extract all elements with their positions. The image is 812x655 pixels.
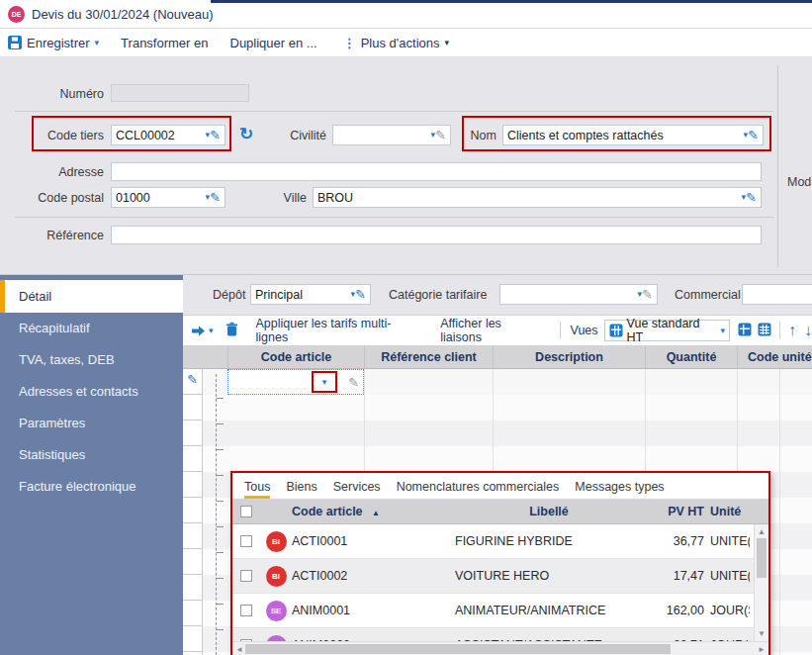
delete-line-button[interactable] — [226, 322, 238, 339]
save-button[interactable]: Enregistrer ▾ — [8, 36, 99, 50]
sidebar-item-parametres[interactable]: Paramètres — [0, 408, 183, 439]
popup-tab-biens[interactable]: Biens — [286, 480, 316, 499]
sidebar-item-statistiques[interactable]: Statistiques — [0, 439, 183, 471]
article-row[interactable]: SE ANIM0001 ANIMATEUR/ANIMATRICE 162,00 … — [232, 594, 768, 628]
scroll-right-icon[interactable]: ► — [758, 645, 766, 654]
code-article-dropdown-button[interactable]: ▾ — [312, 371, 337, 393]
reference-field[interactable] — [111, 226, 762, 244]
numero-label: Numéro — [15, 87, 104, 101]
code-article-edit-cell[interactable]: ✎ — [227, 369, 364, 395]
select-all-checkbox[interactable] — [240, 506, 252, 517]
save-dropdown-caret[interactable]: ▾ — [95, 39, 100, 47]
grid-toolbar: ▾ Appliquer les tarifs multi-lignes Affi… — [183, 315, 812, 346]
article-row[interactable]: SE ANIM0002 ASSISTANT/ASSISTANTE 62,71 J… — [232, 628, 768, 641]
code-tiers-combo[interactable]: CCL00002 ▾ ✎ — [111, 125, 226, 145]
categorie-tarifaire-combo[interactable]: ▾ ✎ — [499, 284, 658, 305]
adresse-field[interactable] — [111, 162, 762, 181]
view-columns-button[interactable] — [758, 323, 771, 339]
article-libelle: FIGURINE HYBRIDE — [455, 534, 643, 548]
sidebar-item-recapitulatif[interactable]: Récapitulatif — [0, 313, 183, 344]
sidebar-item-detail[interactable]: Détail — [0, 280, 183, 313]
grid-header-reference-client[interactable]: Référence client — [364, 346, 493, 368]
scroll-left-icon[interactable]: ◄ — [235, 645, 243, 654]
insert-line-caret[interactable]: ▾ — [209, 327, 214, 335]
popup-tab-nomenclatures[interactable]: Nomenclatures commerciales — [397, 480, 560, 499]
depot-edit-icon[interactable]: ✎ — [355, 288, 366, 301]
scroll-down-icon[interactable]: ▼ — [755, 629, 768, 638]
row-checkbox[interactable] — [240, 570, 252, 582]
more-actions-label: Plus d'actions — [361, 36, 440, 50]
kebab-dots-icon: ⋮ — [343, 36, 356, 50]
more-actions-button[interactable]: ⋮ Plus d'actions ▾ — [343, 36, 449, 50]
document-tab-bar: DE Devis du 30/01/2024 (Nouveau) — [0, 0, 812, 29]
popup-header-unite[interactable]: Unité — [704, 505, 750, 518]
insert-line-button[interactable]: ▾ — [191, 325, 214, 337]
article-libelle: ANIMATEUR/ANIMATRICE — [455, 604, 643, 617]
popup-horizontal-scrollbar[interactable]: ◄ ► — [232, 641, 768, 655]
row-edit-pencil-icon: ✎ — [187, 373, 198, 386]
view-selector-caret[interactable]: ▾ — [720, 327, 725, 335]
grid-header-row: Code article Référence client Descriptio… — [183, 346, 812, 369]
sidebar-item-facture-electronique[interactable]: Facture électronique — [0, 471, 183, 503]
row-checkbox[interactable] — [240, 535, 252, 547]
popup-header-check[interactable] — [232, 506, 260, 517]
move-down-icon-cut[interactable]: ↓ — [804, 322, 812, 339]
grid-header-code-article[interactable]: Code article — [227, 346, 364, 368]
code-tiers-edit-icon[interactable]: ✎ — [210, 129, 221, 141]
sidebar-item-tva-taxes-deb[interactable]: TVA, taxes, DEB — [0, 344, 183, 376]
duplicate-label: Dupliquer en ... — [230, 36, 317, 50]
horizontal-scroll-thumb[interactable] — [245, 644, 671, 654]
grid-header-code-unite[interactable]: Code unité — [737, 346, 812, 368]
view-selector-combo[interactable]: Vue standard HT ▾ — [604, 320, 730, 341]
sidebar-item-adresses-contacts[interactable]: Adresses et contacts — [0, 376, 183, 408]
article-pv-ht: 162,00 — [643, 604, 704, 617]
ville-combo[interactable]: BROU ▾ ✎ — [313, 187, 762, 208]
duplicate-button[interactable]: Dupliquer en ... — [230, 36, 317, 50]
article-code: ANIM0001 — [292, 604, 455, 617]
categorie-edit-icon[interactable]: ✎ — [642, 288, 653, 301]
popup-vertical-scrollbar[interactable]: ▲ ▼ — [754, 524, 768, 641]
row-checkbox[interactable] — [240, 605, 252, 616]
transform-button[interactable]: Transformer en — [121, 36, 208, 50]
header-form-panel: Numéro Code tiers CCL00002 ▾ ✎ ↻ Civilit… — [0, 57, 812, 275]
popup-tab-services[interactable]: Services — [333, 480, 381, 499]
depot-combo[interactable]: Principal ▾ ✎ — [250, 284, 371, 305]
grid-header-description[interactable]: Description — [493, 346, 645, 368]
show-links-button[interactable]: Afficher les liaisons — [440, 317, 545, 344]
sidebar: Détail Récapitulatif TVA, taxes, DEB Adr… — [0, 275, 183, 655]
nom-value: Clients et comptes rattachés — [507, 129, 664, 142]
form-separator-2 — [15, 217, 773, 218]
popup-header-libelle[interactable]: Libellé — [455, 505, 643, 518]
trash-icon — [226, 322, 238, 336]
scroll-up-icon[interactable]: ▲ — [755, 524, 768, 536]
commercial-field[interactable] — [742, 284, 812, 305]
move-up-icon[interactable]: ↑ — [788, 322, 796, 339]
nom-combo[interactable]: Clients et comptes rattachés ▾ ✎ — [502, 125, 764, 145]
article-selector-popup: Tous Biens Services Nomenclatures commer… — [230, 471, 770, 655]
detail-panel: Dépôt Principal ▾ ✎ Catégorie tarifaire … — [183, 275, 812, 655]
article-row[interactable]: BI ACTI0002 VOITURE HERO 17,47 UNITE(S) — [232, 559, 768, 594]
grid-columns-icon — [758, 323, 771, 336]
views-label: Vues — [571, 324, 598, 337]
article-code: ACTI0002 — [292, 569, 455, 583]
right-panel-cut-label: Mod — [787, 175, 811, 189]
civilite-combo[interactable]: ▾ ✎ — [332, 125, 451, 145]
commercial-label: Commercial — [675, 288, 741, 302]
code-tiers-value: CCL00002 — [116, 129, 175, 142]
popup-tab-messages-types[interactable]: Messages types — [575, 480, 664, 499]
nom-edit-icon[interactable]: ✎ — [748, 129, 759, 141]
popup-tab-tous[interactable]: Tous — [244, 480, 270, 499]
article-row[interactable]: BI ACTI0001 FIGURINE HYBRIDE 36,77 UNITE… — [232, 524, 768, 559]
code-postal-combo[interactable]: 01000 ▾ ✎ — [111, 187, 226, 208]
document-tab-title[interactable]: Devis du 30/01/2024 (Nouveau) — [32, 0, 214, 29]
apply-tariffs-button[interactable]: Appliquer les tarifs multi-lignes — [256, 317, 423, 344]
grid-tree-line — [216, 374, 227, 655]
view-settings-button[interactable] — [738, 323, 752, 339]
popup-header-pv-ht[interactable]: PV HT — [643, 505, 704, 518]
tab-top-line — [211, 0, 812, 3]
code-postal-edit-icon[interactable]: ✎ — [210, 191, 221, 204]
vertical-scroll-thumb[interactable] — [757, 538, 767, 578]
popup-header-code-article[interactable]: Code article ▲ — [292, 505, 455, 518]
grid-header-quantite[interactable]: Quantité — [645, 346, 737, 368]
ville-edit-icon[interactable]: ✎ — [746, 191, 757, 204]
